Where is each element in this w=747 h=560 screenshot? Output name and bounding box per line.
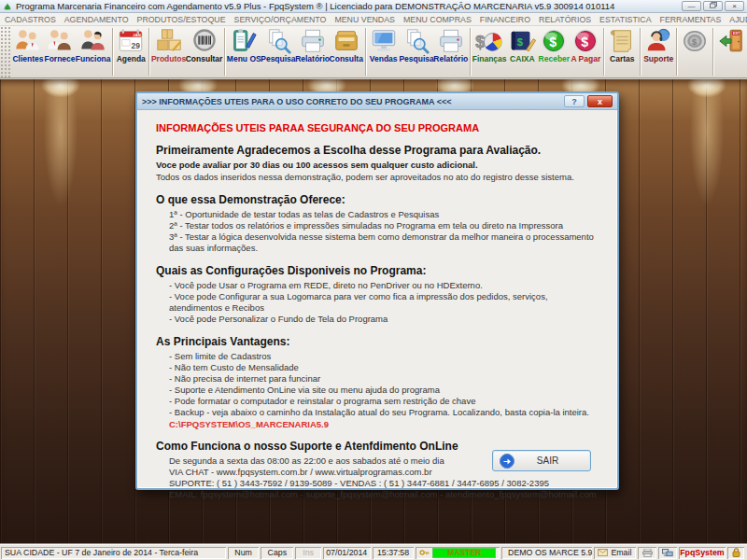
svg-text:$: $ <box>582 35 589 49</box>
support-line: SUPORTE: ( 51 ) 3443-7592 / 9139-5089 - … <box>169 478 599 489</box>
printer-icon <box>437 27 465 55</box>
status-network[interactable] <box>658 547 677 559</box>
status-demo-version: DEMO OS MARCE 5.9 <box>501 547 592 559</box>
status-time: 15:37:58 <box>373 547 415 559</box>
status-ins: Ins <box>295 547 320 559</box>
toolbar-button-suporte[interactable]: Suporte <box>642 26 674 63</box>
statusbar: SUA CIDADE - UF 7 de Janeiro de 2014 - T… <box>0 544 747 560</box>
toolbar-button-produtos[interactable]: Produtos <box>151 26 186 63</box>
toolbar-button-cartas[interactable]: Cartas <box>606 26 638 63</box>
restore-icon[interactable] <box>703 1 723 11</box>
toolbar-button-funciona[interactable]: Funciona <box>76 26 110 63</box>
toolbar-label: Receber <box>539 55 571 63</box>
toolbar-button-sair[interactable]: EXIT <box>715 26 747 55</box>
work-order-icon <box>230 27 258 55</box>
toolbar-label: Pesquisa <box>261 55 295 63</box>
minimize-icon[interactable]: — <box>682 1 701 11</box>
toolbar-separator <box>112 28 113 76</box>
svg-text:$: $ <box>517 36 524 48</box>
status-email[interactable]: Email <box>594 547 636 559</box>
status-brand: FpqSystem <box>679 547 726 559</box>
status-date: 07/01/2014 <box>323 547 371 559</box>
help-icon[interactable]: ? <box>564 95 585 107</box>
toolbar-separator <box>365 28 366 76</box>
toolbar-button-clientes[interactable]: Clientes <box>12 26 44 63</box>
coin-icon: $ <box>681 27 709 55</box>
toolbar: Clientes Fornece Funciona JAN29 Agenda P… <box>0 26 747 78</box>
security-heading: INFORMAÇÕES UTEIS PARAA SEGURANÇA DO SEU… <box>156 122 599 133</box>
toolbar-label: Relatório <box>433 55 468 63</box>
products-icon <box>155 27 183 55</box>
status-lock <box>727 547 744 559</box>
config-line: - Voce pode Configurar a sua Logomarca p… <box>169 291 599 314</box>
arrow-circle-icon <box>500 454 514 469</box>
desktop-background: >>> INFORMAÇÕES UTEIS PARA O USO CORRETO… <box>0 79 747 544</box>
install-path: C:\FPQSYSTEM\OS_MARCENARIA5.9 <box>169 419 599 429</box>
menu-agendamento[interactable]: AGENDAMENTO <box>64 15 129 24</box>
master-badge: MASTER <box>432 548 496 558</box>
menu-ferramentas[interactable]: FERRAMENTAS <box>660 15 722 24</box>
toolbar-button-fornece[interactable]: Fornece <box>44 26 76 63</box>
close-icon[interactable]: x <box>587 95 613 107</box>
exit-door-icon: EXIT <box>717 27 745 55</box>
toolbar-label: Cartas <box>610 55 634 63</box>
menu-servico-orcamento[interactable]: SERVIÇO/ORÇAMENTO <box>234 15 327 24</box>
toolbar-button-vendas[interactable]: Vendas <box>368 26 400 63</box>
status-caps: Caps <box>261 547 293 559</box>
menu-financeiro[interactable]: FINANCEIRO <box>480 15 530 24</box>
sair-button[interactable]: SAIR <box>492 450 591 471</box>
toolbar-button-moeda[interactable]: $ <box>679 26 711 55</box>
svg-text:$: $ <box>550 35 557 49</box>
toolbar-button-relatorio-vendas[interactable]: Relatório <box>434 26 468 63</box>
toolbar-label: Finanças <box>472 55 507 63</box>
menu-compras[interactable]: MENU COMPRAS <box>403 15 472 24</box>
toolbar-button-consulta-os[interactable]: Consulta <box>330 26 363 63</box>
toolbar-button-a-pagar[interactable]: $ A Pagar <box>570 26 601 63</box>
toolbar-button-financas[interactable]: $ Finanças <box>472 26 506 63</box>
menu-estatistica[interactable]: ESTATISTICA <box>599 15 651 24</box>
monitor-icon <box>370 27 398 55</box>
toolbar-separator <box>148 28 149 76</box>
menu-vendas[interactable]: MENU VENDAS <box>334 15 395 24</box>
toolbar-label: A Pagar <box>571 55 600 63</box>
suppliers-icon <box>46 27 74 55</box>
svg-text:EXIT: EXIT <box>733 32 740 35</box>
svg-text:JAN: JAN <box>134 33 141 37</box>
svg-text:$: $ <box>692 37 698 47</box>
clients-icon <box>14 27 42 55</box>
toolbar-button-consultar[interactable]: Consultar <box>186 26 222 63</box>
config-line: - Você pode Personalizar o Fundo de Tela… <box>169 314 599 325</box>
close-icon[interactable]: × <box>725 1 744 11</box>
menu-cadastros[interactable]: CADASTROS <box>5 15 56 24</box>
toolbar-button-caixa[interactable]: $ CAIXA <box>506 26 538 63</box>
advantage-line: - Não precisa de internet para funcinar <box>169 373 599 385</box>
printer-icon <box>299 27 327 55</box>
advantages-heading: As Principais Vantagens: <box>156 335 599 348</box>
toolbar-button-pesquisa-vendas[interactable]: Pesquisa <box>400 26 434 63</box>
sair-button-label: SAIR <box>522 455 573 466</box>
advantage-line: - Backup - veja abaixo o caminho da Inst… <box>169 407 599 418</box>
calendar-icon: JAN29 <box>117 27 145 55</box>
toolbar-grip[interactable] <box>0 26 11 77</box>
toolbar-button-agenda[interactable]: JAN29 Agenda <box>115 26 147 63</box>
toolbar-label: Vendas <box>370 55 398 63</box>
dialog-titlebar: >>> INFORMAÇÕES UTEIS PARA O USO CORRETO… <box>137 93 617 110</box>
dialog-title: >>> INFORMAÇÕES UTEIS PARA O USO CORRETO… <box>142 97 561 106</box>
config-line: - Você pode Usar o Programa em REDE, dir… <box>169 280 599 291</box>
toolbar-button-menu-os[interactable]: Menu OS <box>227 26 261 63</box>
toolbar-label: Relatório <box>295 55 330 63</box>
status-print[interactable] <box>638 547 656 559</box>
menu-relatorios[interactable]: RELATÓRIOS <box>539 15 591 24</box>
status-user-level: MASTER <box>416 547 500 559</box>
toolbar-label: Fornece <box>44 55 75 63</box>
toolbar-button-relatorio-os[interactable]: Relatório <box>295 26 329 63</box>
barcode-icon <box>190 27 218 55</box>
toolbar-button-receber[interactable]: $ Receber <box>538 26 570 63</box>
menu-ajuda[interactable]: AJUDA <box>729 15 747 24</box>
advantage-line: - Pode formatar o computador e reinstala… <box>169 396 599 407</box>
menu-produtos-estoque[interactable]: PRODUTOS/ESTOQUE <box>137 15 226 24</box>
toolbar-label: Agenda <box>117 55 146 63</box>
toolbar-button-pesquisa-os[interactable]: Pesquisa <box>261 26 295 63</box>
info-dialog: >>> INFORMAÇÕES UTEIS PARA O USO CORRETO… <box>135 91 619 490</box>
toolbar-label: Consulta <box>330 55 363 63</box>
